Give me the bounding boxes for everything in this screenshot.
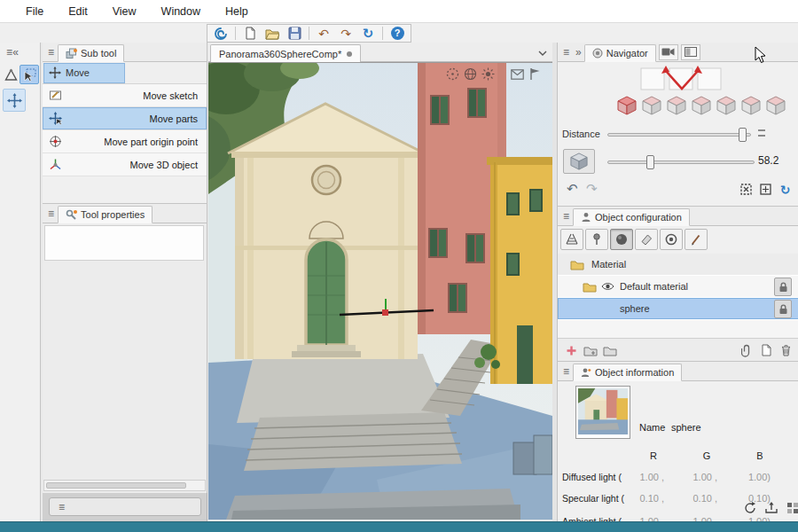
help-icon[interactable]: ? (387, 26, 408, 42)
view-cube-icon[interactable] (740, 96, 762, 115)
view-redo-icon[interactable]: ↷ (586, 181, 598, 197)
distance-slider[interactable] (607, 133, 751, 137)
object-tool-button[interactable] (20, 65, 39, 84)
subtool-item-move-part-origin[interactable]: Move part origin point (43, 130, 207, 153)
paperclip-icon[interactable] (739, 342, 755, 358)
subtool-item-move-parts[interactable]: Move parts (43, 107, 207, 130)
material-tree: Material Default material sphere (558, 254, 798, 338)
document-tab[interactable]: Panorama360SphereComp* (210, 44, 361, 62)
angle-slider-handle[interactable] (646, 155, 654, 169)
menu-edit[interactable]: Edit (59, 3, 98, 20)
slider-tick (758, 129, 765, 131)
subtool-item-move-3d-object[interactable]: Move 3D object (43, 153, 207, 176)
ring-icon[interactable] (660, 229, 683, 250)
perspective-cube-button[interactable] (563, 149, 595, 174)
subtool-group-label: Move (66, 67, 90, 78)
tool-properties-content (44, 225, 204, 261)
view-cube-icon[interactable] (641, 96, 662, 115)
pin-icon[interactable] (585, 229, 608, 250)
angle-slider[interactable] (607, 160, 755, 164)
sun-icon[interactable] (481, 67, 495, 81)
move-tool-button[interactable] (3, 89, 26, 112)
folder-icon (583, 281, 597, 293)
panel-menu-icon[interactable]: ≡ (48, 208, 54, 219)
camera-icon[interactable] (659, 44, 678, 60)
eye-icon[interactable] (601, 282, 614, 291)
envelope-icon[interactable] (511, 67, 524, 81)
sphere-grid-icon[interactable] (464, 67, 477, 81)
lock-icon[interactable] (774, 300, 792, 318)
collapse-panel-icon[interactable]: » (575, 47, 582, 58)
dotted-circle-icon[interactable] (446, 67, 459, 81)
panel-menu-icon[interactable]: ≡ (48, 47, 54, 58)
zoom-fit-icon[interactable] (758, 182, 773, 197)
right-dock: ≡ » Navigator (557, 43, 798, 521)
panel-menu-icon[interactable]: ≡ (563, 211, 569, 222)
perspective-icon[interactable] (560, 229, 583, 250)
duplicate-folder-icon[interactable] (602, 342, 618, 358)
flag-icon[interactable] (528, 67, 542, 81)
object-thumbnail (575, 386, 630, 439)
view-cube-icon[interactable] (666, 96, 687, 115)
new-folder-icon[interactable] (583, 342, 598, 358)
application-window: File Edit View Window Help ↶ ↷ ↻ ? ≡ « (0, 0, 798, 532)
lock-icon[interactable] (774, 278, 792, 296)
tool-properties-hscrollbar[interactable] (43, 480, 206, 491)
panel-menu-icon[interactable]: ≡ (563, 366, 569, 377)
window-grid-icon[interactable] (785, 500, 798, 516)
dock-scrollbar[interactable]: ≡ (49, 497, 201, 516)
material-item-label: sphere (620, 303, 650, 314)
new-file-icon[interactable] (239, 26, 261, 42)
app-logo-icon[interactable] (210, 26, 231, 42)
redo-icon[interactable]: ↷ (335, 26, 356, 42)
panel-menu-icon[interactable]: ≡ (6, 47, 12, 58)
object-information-tab-icon (581, 367, 591, 378)
view-cube-icon[interactable] (716, 96, 737, 115)
camera-rotate-icon[interactable] (742, 500, 758, 516)
brush-icon[interactable] (685, 229, 708, 250)
object-configuration-tab[interactable]: Object configuration (573, 208, 690, 226)
angle-value[interactable]: 58.2 (758, 154, 778, 167)
tab-list-chevron-icon[interactable] (536, 46, 550, 59)
menu-file[interactable]: File (16, 3, 53, 20)
menu-window[interactable]: Window (152, 3, 210, 20)
wedge-icon[interactable] (635, 229, 658, 250)
view-undo-icon[interactable]: ↶ (567, 181, 578, 197)
sphere-icon[interactable] (610, 229, 633, 250)
canvas-viewport[interactable] (208, 62, 552, 519)
tree-row-material[interactable]: Material (558, 254, 798, 276)
navigator-tab[interactable]: Navigator (584, 44, 656, 62)
view-cube-front-icon[interactable] (616, 96, 638, 115)
undo-icon[interactable]: ↶ (313, 26, 334, 42)
canvas-artwork[interactable] (208, 63, 552, 520)
open-file-icon[interactable] (262, 26, 283, 42)
layout-icon[interactable] (681, 44, 700, 60)
save-icon[interactable] (284, 26, 305, 42)
sphere-rotation-widget[interactable] (639, 66, 724, 92)
add-icon[interactable] (563, 342, 579, 358)
file-icon[interactable] (758, 342, 774, 358)
tree-row-default-material[interactable]: Default material (558, 276, 798, 298)
document-tabbar: Panorama360SphereComp* (208, 43, 552, 62)
tree-row-sphere[interactable]: sphere (558, 298, 798, 320)
menu-view[interactable]: View (103, 3, 146, 20)
scrollbar-thumb[interactable] (46, 482, 186, 489)
export-icon[interactable] (763, 500, 779, 516)
figure-tool-button[interactable] (1, 65, 20, 84)
panel-menu-icon[interactable]: ≡ (563, 47, 569, 58)
subtool-list: Move sketch Move parts Move part origin … (43, 84, 207, 176)
collapse-panel-icon[interactable]: « (12, 47, 19, 58)
trash-icon[interactable] (778, 342, 794, 358)
menu-help[interactable]: Help (215, 3, 258, 20)
view-cube-icon[interactable] (691, 96, 712, 115)
reset-rotation-icon[interactable]: ↻ (357, 26, 379, 42)
subtool-item-move-sketch[interactable]: Move sketch (43, 84, 207, 107)
subtool-group-move[interactable]: Move (43, 63, 125, 83)
view-cube-icon[interactable] (765, 96, 786, 115)
reset-view-icon[interactable]: ↻ (778, 182, 793, 197)
fit-view-icon[interactable] (739, 182, 754, 197)
subtool-tab[interactable]: Sub tool (58, 44, 124, 62)
tool-properties-tab[interactable]: Tool properties (58, 206, 153, 223)
distance-slider-handle[interactable] (739, 128, 747, 142)
object-information-tab[interactable]: Object information (573, 364, 682, 381)
